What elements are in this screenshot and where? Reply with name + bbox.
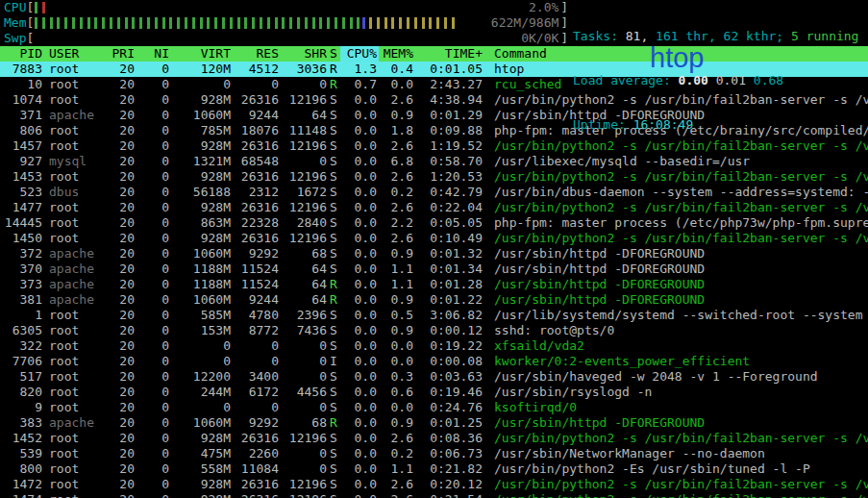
process-row-6305[interactable]: 6305root200153M87727436S0.00.90:00.12ssh… xyxy=(0,323,868,338)
user-cell: apache xyxy=(42,108,106,123)
mem-cell: 0.5 xyxy=(379,308,415,323)
shr-cell: 0 xyxy=(279,400,327,415)
s-cell: S xyxy=(327,461,340,477)
pid-cell: 383 xyxy=(0,415,42,431)
process-row-1453[interactable]: 1453root200928M2631612196S0.02.61:20.53/… xyxy=(0,169,868,185)
process-row-372[interactable]: 372apache2001060M929268S0.00.90:01.32/us… xyxy=(0,246,868,261)
htop-terminal: CPU[2.0%] Mem[622M/986M] Swp[0K/0K] Task… xyxy=(0,0,868,498)
shr-cell: 0 xyxy=(279,354,327,369)
s-cell: S xyxy=(327,200,340,215)
process-row-523[interactable]: 523dbus2005618823121672S0.00.20:42.79/us… xyxy=(0,185,868,200)
process-row-517[interactable]: 517root2001220034000S0.00.30:03.63/usr/s… xyxy=(0,369,868,385)
virt-cell: 1188M xyxy=(169,277,231,292)
column-header-pri[interactable]: PRI xyxy=(106,46,135,62)
mem-meter-close-bracket: ] xyxy=(560,15,568,31)
cmd-cell: /usr/sbin/haveged -w 2048 -v 1 --Foregro… xyxy=(486,369,868,385)
user-cell: root xyxy=(42,77,106,92)
column-header-ni[interactable]: NI xyxy=(135,46,169,62)
pri-cell: 20 xyxy=(106,169,135,185)
time-cell: 0:01.29 xyxy=(415,108,486,123)
virt-cell: 928M xyxy=(169,92,231,108)
process-row-381[interactable]: 381apache2001060M924464R0.00.90:01.22/us… xyxy=(0,292,868,308)
time-cell: 0:01.32 xyxy=(415,246,486,261)
res-cell: 9244 xyxy=(231,292,279,308)
time-cell: 0:00.08 xyxy=(415,354,486,369)
process-row-1477[interactable]: 1477root200928M2631612196S0.02.60:22.04/… xyxy=(0,200,868,215)
user-cell: root xyxy=(42,200,106,215)
virt-cell: 1060M xyxy=(169,292,231,308)
time-cell: 0:21.82 xyxy=(415,461,486,477)
column-header-mem[interactable]: MEM% xyxy=(379,46,415,62)
cpu-cell: 0.0 xyxy=(340,477,379,492)
process-row-1474[interactable]: 1474root200928M2631612196S0.02.60:21.54/… xyxy=(0,492,868,498)
column-header-pid[interactable]: PID xyxy=(0,46,42,62)
pri-cell: 20 xyxy=(106,477,135,492)
mem-cell: 2.6 xyxy=(379,431,415,446)
time-cell: 0:24.76 xyxy=(415,400,486,415)
process-row-1[interactable]: 1root200585M47802396S0.00.53:06.82/usr/l… xyxy=(0,308,868,323)
res-cell: 0 xyxy=(231,77,279,92)
process-row-373[interactable]: 373apache2001188M1152464R0.01.10:01.28/u… xyxy=(0,277,868,292)
ni-cell: 0 xyxy=(135,261,169,277)
res-cell: 26316 xyxy=(231,431,279,446)
column-header-state[interactable]: S xyxy=(327,46,340,62)
pid-cell: 372 xyxy=(0,246,42,261)
process-row-1450[interactable]: 1450root200928M2631612196S0.02.60:10.49/… xyxy=(0,231,868,246)
tasks-count: 81, xyxy=(626,29,656,43)
res-cell: 2312 xyxy=(231,185,279,200)
pri-cell: 20 xyxy=(106,385,135,400)
process-row-1452[interactable]: 1452root200928M2631612196S0.02.60:08.36/… xyxy=(0,431,868,446)
cpu-meter-label: CPU xyxy=(0,0,26,15)
mem-cell: 2.6 xyxy=(379,138,415,154)
column-header-cpu[interactable]: CPU% xyxy=(340,46,379,62)
mem-cell: 2.6 xyxy=(379,200,415,215)
process-row-820[interactable]: 820root200244M61724456S0.00.60:19.46/usr… xyxy=(0,385,868,400)
pid-cell: 820 xyxy=(0,385,42,400)
process-row-370[interactable]: 370apache2001188M1152464S0.01.10:01.34/u… xyxy=(0,261,868,277)
process-row-322[interactable]: 322root200000S0.00.00:19.22xfsaild/vda2 xyxy=(0,338,868,354)
res-cell: 18076 xyxy=(231,123,279,138)
res-cell: 2260 xyxy=(231,446,279,461)
time-cell: 0:20.12 xyxy=(415,477,486,492)
pri-cell: 20 xyxy=(106,446,135,461)
pri-cell: 20 xyxy=(106,92,135,108)
pid-cell: 1450 xyxy=(0,231,42,246)
mem-cell: 0.9 xyxy=(379,246,415,261)
ni-cell: 0 xyxy=(135,461,169,477)
column-header-time[interactable]: TIME+ xyxy=(415,46,486,62)
s-cell: I xyxy=(327,354,340,369)
shr-cell: 12196 xyxy=(279,431,327,446)
shr-cell: 4456 xyxy=(279,385,327,400)
process-row-9[interactable]: 9root200000S0.00.00:24.76ksoftirqd/0 xyxy=(0,400,868,415)
process-row-1472[interactable]: 1472root200928M2631612196S0.02.60:20.12/… xyxy=(0,477,868,492)
virt-cell: 585M xyxy=(169,308,231,323)
process-row-7706[interactable]: 7706root200000I0.00.00:00.08kworker/0:2-… xyxy=(0,354,868,369)
shr-cell: 68 xyxy=(279,246,327,261)
ni-cell: 0 xyxy=(135,338,169,354)
res-cell: 68548 xyxy=(231,154,279,169)
s-cell: S xyxy=(327,123,340,138)
s-cell: R xyxy=(327,62,340,77)
cpu-cell: 0.0 xyxy=(340,169,379,185)
column-header-shr[interactable]: SHR xyxy=(279,46,327,62)
mem-cell: 0.3 xyxy=(379,369,415,385)
process-row-383[interactable]: 383apache2001060M929268R0.00.90:01.25/us… xyxy=(0,415,868,431)
column-header-virt[interactable]: VIRT xyxy=(169,46,231,62)
process-row-800[interactable]: 800root200558M110840S0.01.10:21.82/usr/b… xyxy=(0,461,868,477)
s-cell: R xyxy=(327,415,340,431)
column-header-user[interactable]: USER xyxy=(42,46,106,62)
pid-cell: 14445 xyxy=(0,215,42,231)
process-row-14445[interactable]: 14445root200863M223282840S0.02.20:05.05p… xyxy=(0,215,868,231)
ni-cell: 0 xyxy=(135,477,169,492)
ni-cell: 0 xyxy=(135,77,169,92)
ni-cell: 0 xyxy=(135,277,169,292)
virt-cell: 56188 xyxy=(169,185,231,200)
time-cell: 0:01.25 xyxy=(415,415,486,431)
virt-cell: 558M xyxy=(169,461,231,477)
load-5min: 0.01 xyxy=(716,73,754,87)
process-row-539[interactable]: 539root200475M22600S0.00.20:06.73/usr/sb… xyxy=(0,446,868,461)
s-cell: S xyxy=(327,400,340,415)
column-header-res[interactable]: RES xyxy=(231,46,279,62)
user-cell: mysql xyxy=(42,154,106,169)
shr-cell: 12196 xyxy=(279,92,327,108)
